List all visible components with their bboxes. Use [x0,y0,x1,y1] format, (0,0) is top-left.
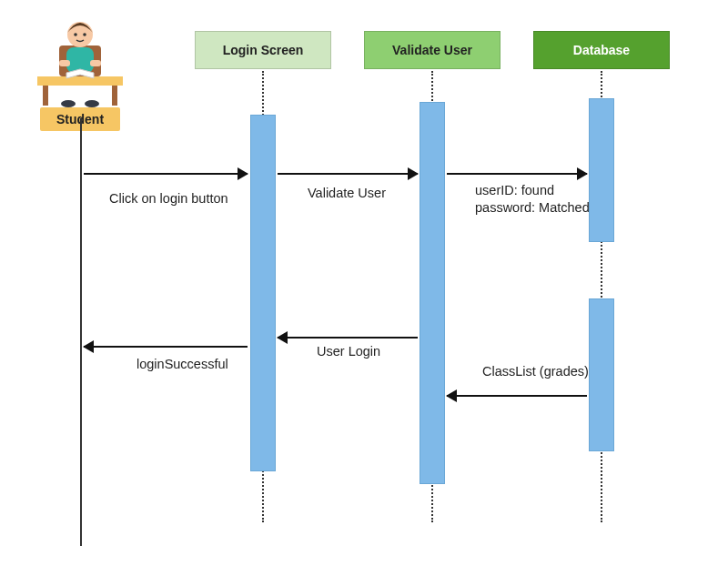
lifeline-login-screen: Login Screen [195,31,331,69]
lifeline-validate-user-label: Validate User [392,43,472,57]
message-click-login [84,164,248,182]
svg-rect-1 [37,76,123,86]
svg-point-10 [61,100,76,107]
message-classlist [447,386,587,404]
lifeline-database: Database [533,31,670,69]
lifeline-login-screen-label: Login Screen [223,43,304,57]
svg-point-11 [85,100,99,107]
message-user-login [278,328,418,346]
lifeline-database-label: Database [573,43,630,57]
lifeline-validate-user: Validate User [364,31,500,69]
activation-login [250,115,276,471]
svg-rect-3 [112,86,117,106]
message-validate-user-label: Validate User [308,186,386,200]
actor-student: Student [30,9,130,131]
svg-point-7 [83,33,86,36]
message-db-lookup-label: userID: found password: Matched [475,182,590,217]
message-db-lookup [447,164,587,182]
svg-rect-9 [90,60,101,66]
message-user-login-label: User Login [317,344,380,359]
sequence-diagram: Student Login Screen Validate User Datab… [0,0,728,566]
activation-database-2 [589,298,614,451]
svg-point-5 [67,22,93,47]
student-icon [30,9,130,109]
activation-validate [420,102,445,484]
svg-rect-8 [59,60,70,66]
message-classlist-label: ClassList (grades) [482,364,589,379]
message-login-successful [84,337,248,355]
message-validate-user [278,164,418,182]
message-click-login-label: Click on login button [109,191,228,206]
activation-database-1 [589,98,614,242]
svg-point-6 [74,33,77,36]
lifeline-line-student [80,118,82,546]
message-login-successful-label: loginSuccessful [136,357,228,371]
svg-rect-2 [43,86,48,106]
